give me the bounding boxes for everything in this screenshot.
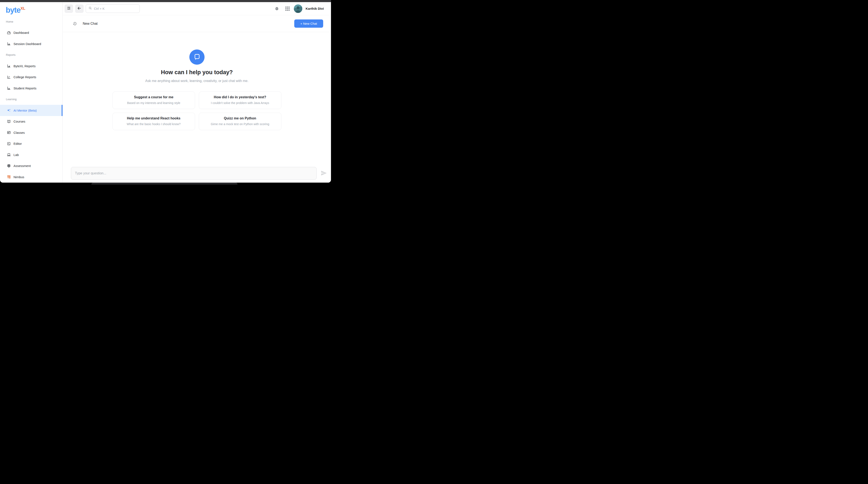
search-input[interactable] — [94, 7, 137, 10]
sidebar-item-assessment[interactable]: Assessment — [0, 161, 62, 172]
area-chart-icon — [7, 64, 11, 68]
dock-bar — [91, 182, 238, 184]
sidebar-item-label: Classes — [13, 131, 25, 135]
topbar: Karthik Divi — [63, 2, 331, 15]
sidebar-item-editor[interactable]: Editor — [0, 138, 62, 149]
sidebar-item-session-dashboard[interactable]: Session Dashboard — [0, 38, 62, 50]
bar-chart-icon — [7, 41, 11, 46]
sidebar-nav: Home Dashboard — [0, 16, 62, 182]
sidebar-item-courses[interactable]: Courses — [0, 116, 62, 127]
speedometer-icon — [7, 31, 11, 35]
sidebar-item-label: Assessment — [13, 164, 31, 168]
chat-header: New Chat + New Chat — [63, 15, 331, 32]
sidebar-item-label: ByteXL Reports — [13, 64, 36, 68]
quiz-screen-icon — [7, 164, 11, 168]
hero: How can I help you today? Ask me anythin… — [63, 50, 331, 83]
id-card-icon — [7, 131, 11, 135]
suggestion-card-course[interactable]: Suggest a course for me Based on my inte… — [113, 91, 195, 109]
bug-report-icon[interactable] — [275, 6, 279, 11]
suggestion-card-test-result[interactable]: How did I do in yesterday's test? I coul… — [199, 91, 281, 109]
chat-bubble-icon — [189, 50, 205, 65]
apps-grid-icon[interactable] — [285, 6, 290, 11]
sidebar-item-label: Lab — [13, 153, 19, 156]
card-subtitle: What are the basic hooks I should know? — [113, 122, 195, 126]
new-chat-button[interactable]: + New Chat — [294, 20, 323, 28]
bytexl-logo: byteXL — [6, 6, 25, 14]
global-search[interactable] — [86, 4, 140, 13]
suggestion-cards: Suggest a course for me Based on my inte… — [113, 91, 281, 130]
sidebar-item-ai-mentor[interactable]: AI Mentor (Beta) — [0, 105, 62, 116]
sidebar-item-nimbus[interactable]: Nimbus — [0, 171, 62, 182]
send-button[interactable] — [317, 167, 331, 180]
sidebar-item-label: Dashboard — [13, 31, 29, 34]
sidebar-item-classes[interactable]: Classes — [0, 127, 62, 138]
back-button[interactable] — [75, 4, 84, 13]
sidebar-item-label: Session Dashboard — [13, 42, 41, 46]
avatar[interactable] — [294, 4, 302, 13]
sidebar-item-dashboard[interactable]: Dashboard — [0, 27, 62, 38]
logo-suffix: XL — [21, 6, 25, 10]
laptop-icon — [7, 152, 11, 157]
scatter-chart-icon — [7, 75, 11, 79]
question-input[interactable] — [71, 167, 317, 180]
hero-title: How can I help you today? — [63, 69, 331, 76]
sidebar-collapse-button[interactable] — [65, 4, 73, 13]
arrow-left-icon — [77, 6, 82, 11]
open-book-icon — [7, 119, 11, 124]
section-label-home: Home — [0, 16, 62, 27]
sidebar-item-label: Nimbus — [13, 175, 24, 179]
sidebar-item-label: Student Reports — [13, 86, 36, 90]
card-subtitle: Based on my interests and learning style — [113, 101, 195, 105]
search-icon — [88, 6, 92, 11]
logo-text: byte — [6, 6, 21, 15]
card-title: Quizz me on Python — [199, 116, 281, 120]
card-title: Help me understand React hooks — [113, 116, 195, 120]
active-indicator-bar — [62, 105, 62, 116]
terminal-icon — [7, 142, 11, 146]
suggestion-card-python-quiz[interactable]: Quizz me on Python Gime me a mock test o… — [199, 113, 281, 130]
hero-subtitle: Ask me anything about work, learning, cr… — [63, 79, 331, 83]
chat-title: New Chat — [83, 22, 97, 26]
sidebar-item-bytexl-reports[interactable]: ByteXL Reports — [0, 60, 62, 72]
section-label-learning: Learning — [0, 94, 62, 105]
suggestion-card-react-hooks[interactable]: Help me understand React hooks What are … — [113, 113, 195, 130]
card-title: How did I do in yesterday's test? — [199, 95, 281, 99]
card-subtitle: Gime me a mock test on Python with scori… — [199, 122, 281, 126]
sidebar-item-college-reports[interactable]: College Reports — [0, 72, 62, 83]
sidebar-item-label: Editor — [13, 142, 22, 145]
card-subtitle: I couldn't solve the problem with Java A… — [199, 101, 281, 105]
sidebar-item-label: Courses — [13, 120, 25, 123]
sidebar-item-lab[interactable]: Lab — [0, 149, 62, 161]
screen-top-strip — [0, 0, 331, 2]
paper-plane-icon — [321, 170, 327, 177]
main-area: Karthik Divi New Chat + New Chat — [63, 2, 331, 182]
sparkles-icon — [7, 108, 11, 112]
history-icon[interactable] — [73, 22, 77, 26]
dashboard-customize-icon — [7, 175, 11, 179]
sidebar-item-label: College Reports — [13, 75, 36, 79]
section-label-reports: Reports — [0, 50, 62, 61]
app-window: byteXL Home Dashboard — [0, 2, 331, 182]
user-name[interactable]: Karthik Divi — [306, 7, 324, 10]
chat-content: How can I help you today? Ask me anythin… — [63, 32, 331, 167]
menu-open-icon — [66, 6, 71, 11]
composer — [63, 167, 331, 182]
card-title: Suggest a course for me — [113, 95, 195, 99]
column-chart-icon — [7, 86, 11, 90]
sidebar-item-label: AI Mentor (Beta) — [13, 109, 37, 112]
sidebar-item-student-reports[interactable]: Student Reports — [0, 83, 62, 94]
sidebar: byteXL Home Dashboard — [0, 2, 63, 182]
